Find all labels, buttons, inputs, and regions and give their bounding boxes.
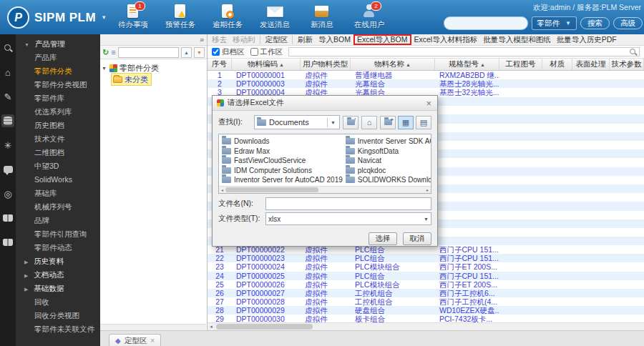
folder-list[interactable]: Downloads Edraw Max FastViewCloudService — [218, 134, 431, 194]
search-scope-select[interactable]: 零部件 ▼ — [532, 16, 577, 30]
header-nav-item[interactable]: 新消息 — [303, 4, 341, 30]
app-logo[interactable]: P SIPM PLM ▼ — [7, 6, 107, 29]
select-button[interactable]: 选择 — [369, 232, 397, 245]
column-header[interactable]: 技术参数 — [610, 59, 644, 70]
folder-item[interactable]: plcqkdoc — [346, 166, 431, 176]
header-nav-item[interactable]: 发送消息 — [256, 4, 293, 30]
sidebar-item[interactable]: 文档动态 — [16, 268, 100, 282]
header-nav-item[interactable]: 预警任务 — [162, 4, 199, 30]
scrollbar-thumb[interactable] — [225, 187, 318, 192]
spinner-icon[interactable]: ✳ — [1, 139, 14, 152]
table-row[interactable]: 1 DPT00000001 虚拟件 普通继电器 RXM2AB2BD 继... — [208, 71, 644, 79]
workspace-checkbox[interactable]: 工作区 — [250, 47, 283, 57]
folder-item[interactable]: Downloads — [222, 137, 343, 147]
table-row[interactable]: 24 DPT00000025 虚拟件 PLC组合 西门子CPU 151... — [208, 272, 644, 280]
workspace-checkbox-input[interactable] — [250, 48, 258, 56]
scroll-left-icon[interactable]: ◂ — [219, 187, 225, 192]
column-header[interactable]: 工程图号 — [499, 59, 542, 70]
table-row[interactable]: 26 DPT00000027 虚拟件 工控机组合 西门子工控机6... — [208, 289, 644, 297]
sidebar-item[interactable]: 零部件库 — [16, 92, 100, 105]
search-button[interactable]: 搜索 — [580, 17, 610, 29]
column-header[interactable]: 物料名称 — [351, 59, 435, 70]
sidebar-item[interactable]: 技术文件 — [16, 132, 100, 146]
list-view-button[interactable]: ▦ — [398, 116, 414, 129]
tree-node-unclassified[interactable]: 未分类 — [112, 74, 151, 85]
sidebar-item[interactable]: 零部件动态 — [16, 241, 100, 254]
sidebar-item[interactable]: 产品管理 — [16, 37, 100, 51]
global-search-input[interactable] — [444, 16, 528, 30]
toolbar-button[interactable]: 刷新 — [292, 35, 316, 44]
folder-item[interactable]: SOLIDWORKS Downloads — [346, 175, 431, 185]
file-name-input[interactable] — [265, 197, 431, 210]
sidebar-item[interactable]: 中望3D — [16, 159, 100, 173]
sidebar-item[interactable]: 历史图档 — [16, 119, 100, 132]
tree-expander-icon[interactable]: ▼ — [102, 66, 107, 71]
tree-search-input[interactable] — [118, 47, 179, 58]
table-row[interactable]: 25 DPT00000026 虚拟件 PLC模块组合 西门子ET 200S... — [208, 280, 644, 289]
column-header[interactable]: 序号 — [208, 59, 232, 70]
toolbar-button[interactable]: Excel导入BOM — [353, 34, 411, 45]
column-header[interactable]: 用户物料类型 — [301, 59, 351, 70]
table-hscrollbar[interactable]: ◂ — [208, 322, 644, 330]
sidebar-item[interactable]: 历史资料 — [16, 254, 100, 268]
sidebar-item[interactable]: 二维图档 — [16, 146, 100, 159]
sidebar-item[interactable]: 基础数据 — [16, 282, 100, 295]
folder-item[interactable]: Inventor Server SDK ACAD 2018 — [346, 137, 431, 147]
expand-levels-icon[interactable]: ≡ — [111, 49, 115, 56]
scroll-right-icon[interactable]: ▸ — [424, 187, 431, 192]
book-icon[interactable] — [1, 212, 14, 224]
sidebar-item[interactable]: 零部件分类 — [16, 64, 100, 78]
tree-hscrollbar[interactable] — [100, 324, 206, 330]
folder-item[interactable]: Edraw Max — [222, 147, 343, 157]
advanced-search-button[interactable]: 高级 — [613, 17, 643, 29]
tab-finalization-area[interactable]: ◆ 定型区 × — [109, 334, 161, 346]
discover-icon[interactable] — [1, 41, 14, 54]
folder-item[interactable]: FastViewCloudService — [222, 156, 343, 166]
table-row[interactable]: 28 DPT00000029 虚拟件 硬盘组合 WD10EZEX硬盘... — [208, 306, 644, 315]
sidebar-item[interactable]: 机械序列号 — [16, 200, 100, 214]
scroll-left-icon[interactable]: ◂ — [208, 324, 215, 330]
toolbar-button[interactable]: 移动到 — [230, 35, 258, 44]
table-row[interactable]: 27 DPT00000028 虚拟件 工控机组合 西门子工控机(4... — [208, 297, 644, 306]
header-nav-item[interactable]: 逾期任务 — [209, 4, 246, 30]
close-icon[interactable]: × — [424, 99, 433, 108]
details-view-button[interactable]: ▤ — [416, 116, 431, 129]
look-in-select[interactable]: Documents ▼ — [254, 115, 340, 129]
broadcast-icon[interactable]: ◎ — [1, 187, 14, 200]
toolbar-button[interactable]: 批量导入模型和图纸 — [480, 35, 554, 44]
cancel-button[interactable]: 取消 — [403, 232, 431, 245]
toolbar-button[interactable]: Excel导入材料指标 — [411, 35, 481, 44]
home-icon[interactable]: ⌂ — [1, 66, 14, 79]
tree-root-node[interactable]: ▼ 零部件分类 — [102, 62, 205, 74]
column-header[interactable]: 材质 — [542, 59, 572, 70]
sidebar-item[interactable]: 零部件引用查询 — [16, 227, 100, 241]
toolbar-button[interactable]: 定型区 — [260, 35, 291, 44]
toolbar-button[interactable]: 批量导入历史PDF — [554, 35, 620, 44]
sidebar-item[interactable]: 回收分类视图 — [16, 309, 100, 322]
chat-icon[interactable] — [1, 163, 14, 176]
close-tab-icon[interactable]: × — [150, 337, 155, 345]
edit-icon[interactable]: ✎ — [1, 90, 14, 103]
table-row[interactable]: 22 DPT00000023 虚拟件 PLC组合 西门子CPU 151... — [208, 254, 644, 262]
database-icon[interactable] — [1, 114, 14, 127]
search-icon[interactable] — [629, 48, 638, 56]
folder-item[interactable]: IDM Computer Solutions — [222, 166, 343, 176]
library-icon[interactable] — [1, 236, 14, 249]
archive-area-checkbox[interactable]: 归档区 — [212, 47, 245, 57]
table-row[interactable]: 2 DPT00000003 虚拟件 光幕组合 基恩士28光轴光... — [208, 79, 644, 88]
find-next-button[interactable]: ▼ — [194, 47, 205, 58]
column-header[interactable]: 规格型号 — [435, 59, 499, 70]
sidebar-item[interactable]: 品牌 — [16, 214, 100, 227]
home-button[interactable]: ⌂ — [361, 116, 377, 129]
file-type-select[interactable]: xlsx ▼ — [265, 212, 431, 225]
refresh-tree-icon[interactable]: ↻ — [102, 49, 109, 56]
table-row[interactable]: 23 DPT00000024 虚拟件 PLC模块组合 西门子ET 200S... — [208, 262, 644, 271]
sidebar-item[interactable]: 零部件分类视图 — [16, 78, 100, 92]
folder-item[interactable]: Inventor Server for AutoCAD 2019 — [222, 175, 343, 185]
header-nav-item[interactable]: 1 待办事项 — [114, 4, 152, 30]
scrollbar-thumb[interactable] — [216, 324, 313, 330]
header-nav-item[interactable]: 2 在线用户 — [351, 4, 388, 30]
sidebar-item[interactable]: 基础库 — [16, 187, 100, 200]
sidebar-item[interactable]: 优选系列库 — [16, 105, 100, 119]
column-header[interactable]: 物料编码 — [232, 59, 301, 70]
